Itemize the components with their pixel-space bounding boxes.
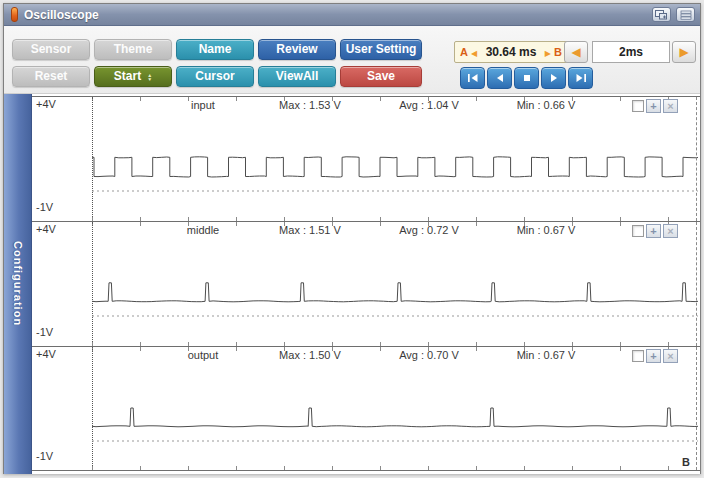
start-button[interactable]: Start ▲ ▼ [94,66,172,87]
cursor-button[interactable]: Cursor [176,66,254,87]
channel-panel-input: +4V input Max : 1.53 V Avg : 1.04 V Min … [32,96,700,221]
reset-button[interactable]: Reset [12,66,90,87]
bottom-tick-marks [92,466,700,470]
ab-time-value: 30.64 ms [486,45,537,59]
theme-button[interactable]: Theme [94,39,172,60]
sensor-button[interactable]: Sensor [12,39,90,60]
channel-panel-middle: +4V middle Max : 1.51 V Avg : 0.72 V Min… [32,221,700,346]
waveform-plot-output [92,347,698,471]
channel-panel-output: +4V output Max : 1.50 V Avg : 0.70 V Min… [32,346,700,471]
cursor-b-line[interactable] [696,347,697,470]
cursor-b-line[interactable] [696,97,697,221]
skip-end-icon [575,73,587,83]
channel-stack: +4V input Max : 1.53 V Avg : 1.04 V Min … [32,94,700,474]
stop-icon [521,73,533,83]
app-logo-icon [11,7,18,22]
marker-b-arrow-icon: ▶ [545,49,551,58]
timebase-increase-button[interactable]: ▶ [672,41,696,63]
y-axis-top-label: +4V [36,98,56,110]
configuration-sidebar-label: Configuration [12,241,24,326]
name-button[interactable]: Name [176,39,254,60]
timebase-decrease-button[interactable]: ◀ [564,41,588,63]
playback-controls [460,67,593,89]
menu-glyph [680,10,692,20]
cursor-b-line[interactable] [696,222,697,346]
export-window-glyph [655,10,668,20]
marker-b-label: B [554,46,562,58]
toolbar: Sensor Theme Name Review User Setting Re… [4,26,700,94]
marker-a-label: A [460,46,468,58]
save-button[interactable]: Save [340,66,422,87]
title-bar: Oscilloscope [4,4,700,26]
marker-a-arrow-icon: ◀ [471,49,477,58]
waveform-plot-middle [92,222,698,346]
y-axis-top-label: +4V [36,223,56,235]
start-button-label: Start [114,67,141,86]
stop-button[interactable] [514,67,539,89]
timebase-value[interactable]: 2ms [592,41,670,63]
oscilloscope-window: Oscilloscope Sensor Theme Name Review Us… [3,3,701,474]
y-axis-bottom-label: -1V [36,450,53,462]
review-button[interactable]: Review [258,39,336,60]
start-spinner-icon: ▲ ▼ [147,73,152,81]
skip-start-icon [467,73,479,83]
step-back-button[interactable] [487,67,512,89]
y-axis-top-label: +4V [36,348,56,360]
marker-b-group: ▶ B [545,46,562,58]
skip-to-start-button[interactable] [460,67,485,89]
user-setting-button[interactable]: User Setting [340,39,422,60]
window-title: Oscilloscope [24,8,99,22]
skip-to-end-button[interactable] [568,67,593,89]
export-window-icon[interactable] [652,7,671,22]
play-icon [548,73,560,83]
ab-time-display: A ◀ 30.64 ms ▶ B [454,41,568,63]
y-axis-bottom-label: -1V [36,326,53,338]
spinner-down-icon: ▼ [147,77,152,81]
menu-icon[interactable] [676,7,695,22]
viewall-button[interactable]: ViewAll [258,66,336,87]
step-back-icon [494,73,506,83]
y-axis-bottom-label: -1V [36,201,53,213]
play-button[interactable] [541,67,566,89]
main-area: Configuration +4V input Max : 1.53 V Avg… [4,94,700,474]
configuration-sidebar-tab[interactable]: Configuration [4,94,32,474]
waveform-plot-input [92,97,698,221]
marker-a-group: A ◀ [460,46,477,58]
